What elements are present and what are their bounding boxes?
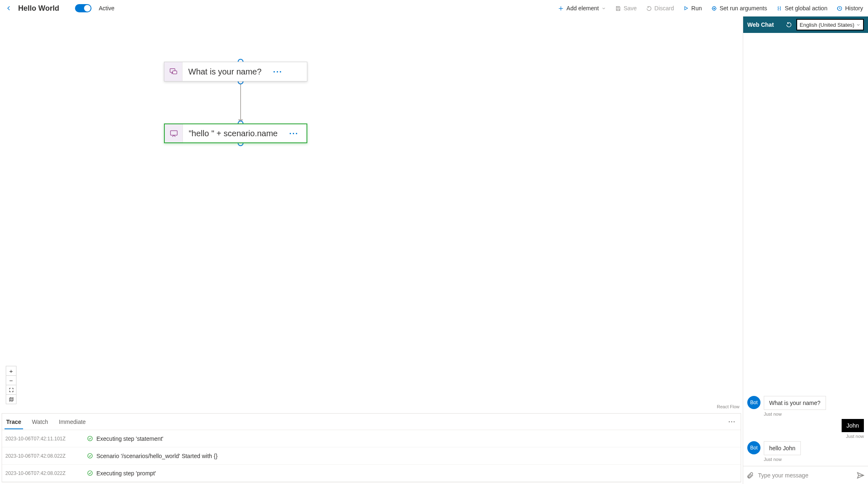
chat-input[interactable] [758,472,852,479]
chat-bubble: hello John [764,441,801,455]
refresh-icon[interactable] [786,21,792,28]
debug-panel: Trace Watch Immediate ··· 2023-10-06T07:… [2,413,741,482]
tab-trace[interactable]: Trace [5,414,23,429]
chat-message-bot: Bot What is your name? Just now [747,396,864,417]
run-label: Run [691,5,702,12]
trace-message: Scenario '/scenarios/hello_world' Starte… [96,453,218,459]
svg-point-7 [88,454,92,458]
trace-row: 2023-10-06T07:42:08.022Z Executing step … [2,465,741,482]
active-toggle[interactable] [75,4,91,12]
chat-bubble: John [842,419,864,432]
zoom-out-button[interactable]: − [6,375,16,385]
send-icon[interactable] [856,471,865,479]
attach-icon[interactable] [746,472,754,479]
flow-canvas[interactable]: What is your name? ··· "hello " + scenar… [0,16,743,412]
node-prompt-text: What is your name? [182,62,267,81]
webchat-title: Web Chat [747,21,774,28]
chat-timestamp: Just now [846,434,864,439]
back-arrow-icon[interactable] [3,3,14,14]
svg-rect-4 [173,71,177,74]
set-global-action-label: Set global action [785,5,828,12]
tab-immediate[interactable]: Immediate [57,414,87,429]
active-toggle-label: Active [99,5,115,12]
node-statement-text: "hello " + scenario.name [183,124,283,142]
fit-view-button[interactable] [6,385,16,395]
bot-avatar: Bot [747,441,760,454]
set-global-action-button[interactable]: Set global action [774,3,829,13]
prompt-icon [164,62,182,81]
zoom-controls: + − [6,366,16,404]
add-element-button[interactable]: Add element [556,3,608,13]
svg-rect-5 [170,131,177,135]
save-label: Save [624,5,637,12]
debug-panel-menu[interactable]: ··· [728,419,738,425]
trace-message: Executing step 'prompt' [96,470,156,477]
webchat-input-row [743,466,868,484]
scenario-title: Hello World [18,4,59,13]
trace-timestamp: 2023-10-06T07:42:08.022Z [5,470,82,476]
statement-icon [165,124,183,142]
success-icon [87,453,93,459]
trace-timestamp: 2023-10-06T07:42:08.022Z [5,453,82,459]
discard-label: Discard [655,5,674,12]
history-button[interactable]: History [835,3,865,13]
node-statement-menu[interactable]: ··· [283,124,304,142]
language-select[interactable]: English (United States) [796,19,864,30]
svg-point-6 [88,436,92,441]
trace-timestamp: 2023-10-06T07:42:11.101Z [5,436,82,442]
trace-message: Executing step 'statement' [96,435,164,442]
webchat-header: Web Chat English (United States) [743,16,868,33]
chat-bubble: What is your name? [764,396,826,410]
language-select-value: English (United States) [800,22,854,28]
add-element-label: Add element [566,5,599,12]
chat-message-user: John Just now [747,419,864,439]
trace-row: 2023-10-06T07:42:08.022Z Scenario '/scen… [2,447,741,465]
minimap-button[interactable] [6,394,16,404]
success-icon [87,470,93,476]
set-run-arguments-button[interactable]: Set run arguments [709,3,769,13]
set-run-arguments-label: Set run arguments [720,5,767,12]
reactflow-attribution: React Flow [717,404,739,409]
zoom-in-button[interactable]: + [6,366,16,376]
svg-point-1 [714,8,715,9]
node-prompt[interactable]: What is your name? ··· [164,62,307,81]
run-button[interactable]: Run [681,3,704,13]
trace-row: 2023-10-06T07:42:11.101Z Executing step … [2,430,741,447]
webchat-panel: Web Chat English (United States) Bot Wha… [743,16,868,484]
top-toolbar: Hello World Active Add element Save Disc… [0,0,868,16]
chat-message-bot: Bot hello John Just now [747,441,864,462]
success-icon [87,435,93,442]
discard-button: Discard [644,3,676,13]
svg-point-8 [88,471,92,475]
chat-timestamp: Just now [764,412,781,417]
save-button: Save [613,3,639,13]
node-prompt-menu[interactable]: ··· [267,62,288,81]
webchat-body: Bot What is your name? Just now John Jus… [743,33,868,466]
node-statement[interactable]: "hello " + scenario.name ··· [164,123,307,143]
history-label: History [845,5,863,12]
bot-avatar: Bot [747,396,760,409]
chat-timestamp: Just now [764,457,781,462]
tab-watch[interactable]: Watch [30,414,50,429]
